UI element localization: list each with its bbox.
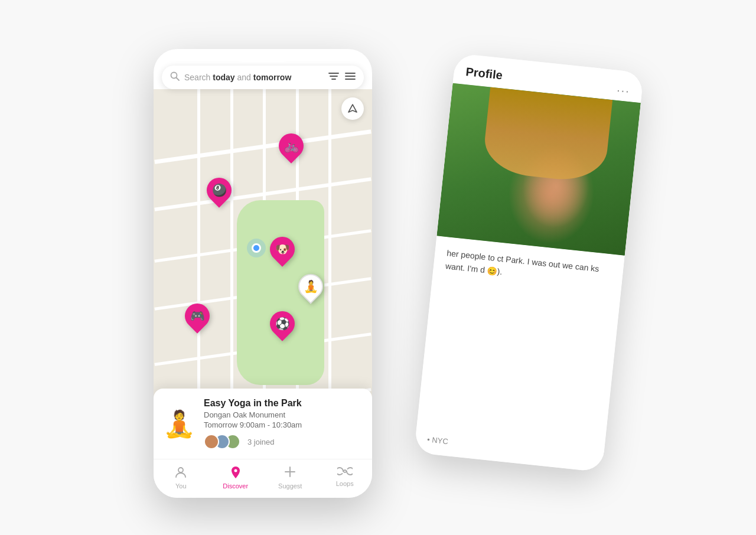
map-area[interactable]: 🎱 🚲 🐶 🧘	[154, 89, 372, 459]
profile-title: Profile	[465, 65, 503, 82]
nav-you-label: You	[175, 482, 187, 490]
location-button[interactable]	[341, 97, 364, 120]
more-options-button[interactable]: ...	[616, 81, 631, 96]
nav-loops[interactable]: Loops	[318, 465, 373, 490]
event-attendees: 3 joined	[204, 434, 363, 449]
profile-photo	[436, 83, 640, 256]
pin-gaming[interactable]: 🎮	[185, 304, 210, 333]
filter-icons	[328, 71, 356, 83]
nav-suggest[interactable]: Suggest	[263, 465, 318, 490]
nav-you[interactable]: You	[154, 465, 208, 490]
notch	[233, 49, 292, 62]
pin-soccer[interactable]: ⚽	[270, 311, 295, 341]
suggest-icon	[284, 465, 296, 481]
you-icon	[174, 465, 187, 481]
svg-marker-8	[348, 105, 357, 112]
svg-line-1	[177, 78, 180, 81]
loops-icon	[337, 465, 353, 478]
search-input[interactable]: Search today and tomorrow	[184, 73, 324, 82]
search-bar[interactable]: Search today and tomorrow	[162, 66, 364, 89]
pin-cycling[interactable]: 🚲	[279, 133, 304, 163]
nav-discover-label: Discover	[223, 482, 248, 490]
discover-icon	[229, 465, 242, 481]
filter-button[interactable]	[328, 71, 339, 83]
event-name: Easy Yoga in the Park	[204, 398, 363, 409]
pin-yoga[interactable]: 🧘	[298, 274, 323, 304]
svg-point-10	[234, 469, 237, 472]
pin-dogs[interactable]: 🐶	[270, 237, 295, 266]
avatar-stack	[204, 434, 236, 449]
avatar-1	[204, 434, 219, 449]
profile-location: • NYC	[427, 435, 449, 446]
pin-billiards[interactable]: 🎱	[207, 178, 232, 207]
event-emoji: 🧘	[163, 411, 195, 437]
search-icon	[170, 71, 180, 83]
profile-bio: her people to ct Park. I was out we can …	[416, 236, 624, 446]
bio-text: her people to ct Park. I was out we can …	[445, 246, 612, 290]
nav-suggest-label: Suggest	[278, 482, 302, 490]
phone-back: Profile ... her people to ct Park. I was…	[414, 53, 644, 472]
joined-count: 3 joined	[247, 438, 275, 446]
phone-front: Search today and tomorrow	[154, 49, 372, 498]
event-card[interactable]: 🧘 Easy Yoga in the Park Dongan Oak Monum…	[154, 389, 372, 459]
scene: Profile ... her people to ct Park. I was…	[154, 37, 602, 498]
nav-discover[interactable]: Discover	[208, 465, 263, 490]
bottom-nav: You Discover	[154, 459, 372, 498]
event-location: Dongan Oak Monument	[204, 410, 363, 419]
list-view-button[interactable]	[345, 71, 356, 83]
nav-loops-label: Loops	[336, 480, 354, 487]
svg-point-9	[178, 468, 183, 472]
current-location-dot	[252, 243, 261, 253]
event-info: Easy Yoga in the Park Dongan Oak Monumen…	[204, 398, 363, 449]
event-time: Tomorrow 9:00am - 10:30am	[204, 420, 363, 429]
